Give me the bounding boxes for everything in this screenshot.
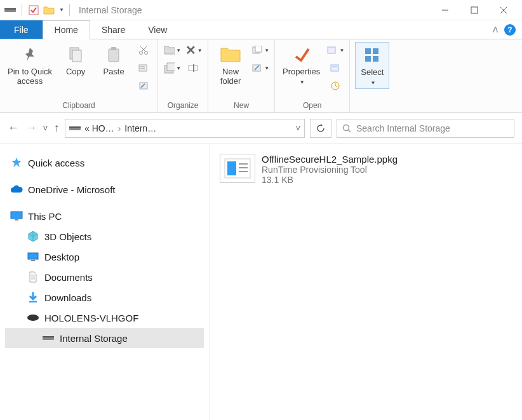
edit-button[interactable] [326,60,344,76]
select-button[interactable]: Select▼ [355,42,389,89]
nav-label: This PC [28,211,62,222]
drive-icon[interactable] [4,4,17,17]
explorer-body: Quick access OneDrive - Microsoft This P… [0,144,522,420]
navigation-pane: Quick access OneDrive - Microsoft This P… [0,144,210,420]
rename-button[interactable] [185,60,203,76]
new-item-button[interactable]: ▼ [251,42,269,58]
tab-share[interactable]: Share [90,20,137,39]
select-icon [361,44,384,67]
address-dropdown-icon[interactable]: ᐯ [296,125,300,132]
refresh-button[interactable] [310,119,331,138]
copy-icon [64,43,87,66]
nav-label: Downloads [44,292,91,303]
nav-quick-access[interactable]: Quick access [5,152,204,173]
pin-icon [18,43,41,66]
recent-locations-button[interactable]: ᐯ [43,125,48,132]
star-icon [10,156,23,169]
help-icon[interactable]: ? [504,24,516,36]
ribbon-group-organize: ▼ ▼ ✕▼ Organize [158,39,208,112]
copy-to-button[interactable]: ▼ [163,60,181,76]
document-icon [27,271,39,283]
up-button[interactable]: ↑ [54,121,60,135]
window-controls [431,0,518,20]
new-folder-button[interactable]: New folder [213,42,248,88]
nav-label: 3D Objects [44,231,91,242]
nav-label: Desktop [44,252,79,262]
easy-access-button[interactable]: ▼ [251,60,269,76]
forward-button[interactable]: → [25,121,37,135]
nav-3d-objects[interactable]: 3D Objects [5,226,204,247]
back-button[interactable]: ← [8,121,19,135]
tab-file[interactable]: File [0,20,43,39]
properties-button[interactable]: Properties▼ [280,42,323,88]
svg-rect-27 [331,65,338,71]
content-pane: OfflineSecureHL2_Sample.ppkg RunTime Pro… [210,144,522,420]
folder-icon [219,43,242,66]
pin-to-quick-access-button[interactable]: Pin to Quick access [5,42,55,88]
close-button[interactable] [489,0,518,20]
download-icon [27,291,39,304]
search-placeholder: Search Internal Storage [356,123,450,133]
folder-qat-icon[interactable] [43,4,55,17]
quick-access-toolbar: ▼ [4,4,72,17]
copy-path-button[interactable] [135,60,152,76]
svg-rect-33 [373,56,378,62]
nav-this-pc[interactable]: This PC [5,206,204,226]
svg-rect-30 [365,48,371,54]
copy-button[interactable]: Copy [58,42,93,78]
nav-downloads[interactable]: Downloads [5,287,204,308]
move-to-button[interactable]: ▼ [163,42,181,58]
nav-onedrive[interactable]: OneDrive - Microsoft [5,179,204,200]
svg-line-14 [140,46,145,51]
history-button[interactable] [326,78,344,94]
address-bar[interactable]: « HO… › Intern… ᐯ [65,119,305,138]
cut-button[interactable] [135,42,152,58]
paste-button[interactable]: Paste [97,42,131,78]
svg-rect-50 [227,161,236,175]
collapse-ribbon-icon[interactable]: ᐱ [493,25,498,34]
minimize-button[interactable] [431,0,460,20]
svg-line-37 [349,130,351,132]
group-label-clipboard: Clipboard [5,100,152,111]
group-label-new: New [213,100,269,111]
ribbon-group-select: Select▼ [350,39,394,112]
device-icon [27,311,39,324]
crumb-1[interactable]: « HO… [84,123,114,133]
desktop-icon [27,250,39,263]
titlebar: ▼ Internal Storage [0,0,522,20]
nav-hololens[interactable]: HOLOLENS-VLHGOF [5,308,204,328]
file-item[interactable]: OfflineSecureHL2_Sample.ppkg RunTime Pro… [220,154,512,185]
ribbon-tabs: File Home Share View ᐱ ? [0,20,522,39]
ribbon: Pin to Quick access Copy Paste Clipboard [0,39,522,113]
paste-shortcut-button[interactable] [135,78,152,94]
search-box[interactable]: Search Internal Storage [337,119,514,138]
nav-desktop[interactable]: Desktop [5,247,204,267]
window-title: Internal Storage [79,5,142,15]
cube-icon [27,230,39,243]
chevron-right-icon[interactable]: › [118,123,121,133]
properties-qat-icon[interactable] [27,4,40,17]
drive-crumb-icon [69,125,81,132]
paste-icon [102,43,125,66]
svg-rect-4 [471,7,478,13]
open-button[interactable]: ▼ [326,42,344,58]
svg-rect-1 [4,8,16,10]
qat-dropdown-icon[interactable]: ▼ [59,7,64,13]
crumb-2[interactable]: Intern… [124,123,156,133]
svg-rect-32 [365,56,371,62]
nav-internal-storage[interactable]: Internal Storage [5,328,204,348]
search-icon [342,124,351,133]
delete-button[interactable]: ✕▼ [185,42,203,58]
maximize-button[interactable] [460,0,489,20]
tab-view[interactable]: View [137,20,178,39]
nav-documents[interactable]: Documents [5,267,204,287]
properties-icon [290,43,313,66]
tab-home[interactable]: Home [43,20,90,39]
ribbon-group-clipboard: Pin to Quick access Copy Paste Clipboard [0,39,158,112]
svg-rect-20 [167,63,175,71]
svg-rect-35 [69,126,81,128]
svg-rect-38 [11,212,22,219]
svg-rect-48 [43,336,54,337]
cloud-icon [10,183,23,196]
file-name: OfflineSecureHL2_Sample.ppkg [262,154,398,165]
